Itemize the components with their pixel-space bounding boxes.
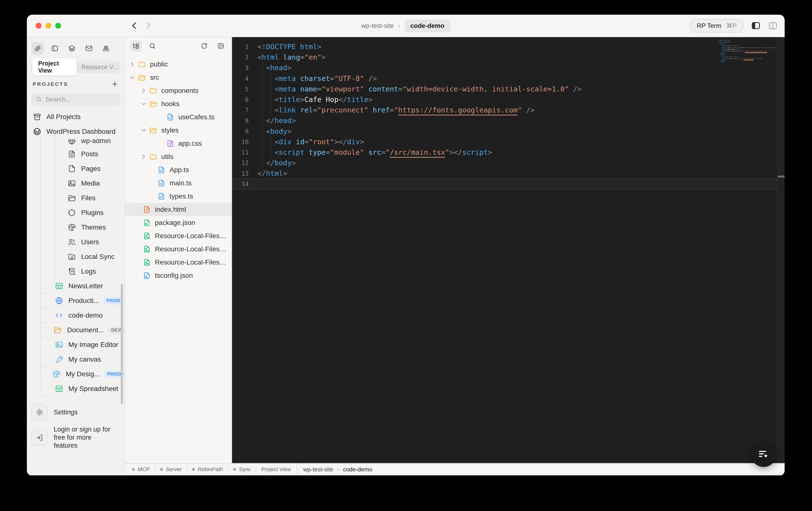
sidebar-item-document[interactable]: Document...DEV	[27, 323, 124, 338]
panel-icon[interactable]	[48, 42, 61, 55]
tree-row-tsconfig-json[interactable]: tsconfig.json	[125, 269, 232, 282]
collapse-panel-icon[interactable]	[215, 40, 227, 52]
chevron-right-icon[interactable]	[129, 61, 136, 68]
status-mcp[interactable]: MCP	[132, 466, 150, 473]
minimize-window-button[interactable]	[46, 23, 51, 29]
tree-view-icon[interactable]	[130, 40, 142, 52]
tree-row-index-html[interactable]: index.html	[125, 203, 232, 216]
layers-icon[interactable]	[65, 42, 78, 55]
pen-icon	[55, 355, 63, 364]
tree-row-types-ts[interactable]: types.ts	[125, 190, 232, 203]
code-line-12[interactable]: 12 </body>	[232, 158, 778, 168]
sidebar-item-newsletter[interactable]: NewsLetter	[27, 279, 124, 293]
code-line-4[interactable]: 4 <meta charset="UTF-8" />	[232, 73, 778, 84]
chevron-right-icon[interactable]	[140, 153, 147, 160]
archive-icon	[33, 112, 41, 121]
tree-row-package-json[interactable]: package.json	[125, 216, 232, 229]
code-line-1[interactable]: 1<!DOCTYPE html>	[232, 42, 778, 52]
line-number: 3	[232, 62, 249, 73]
status-project-view[interactable]: Project View	[261, 466, 291, 473]
toggle-left-sidebar-icon[interactable]	[751, 21, 761, 31]
tree-row-resource-local-files-f[interactable]: Resource-Local-Files-f...	[125, 256, 232, 269]
ai-assistant-button[interactable]	[751, 441, 776, 467]
status-robinpath[interactable]: RobinPath	[192, 466, 223, 473]
code-line-10[interactable]: 10 <div id="root"></div>	[232, 137, 778, 147]
active-tab[interactable]: code-demo	[405, 20, 450, 32]
close-window-button[interactable]	[36, 23, 41, 29]
breadcrumb-parent[interactable]: wp-test-site	[361, 22, 394, 30]
sidebar-item-label: Local Sync	[81, 253, 115, 261]
view-toggle-resource[interactable]: Resource V...	[77, 62, 119, 72]
code-editor[interactable]: 1<!DOCTYPE html>2<html lang="en">3 <head…	[232, 37, 785, 463]
file-search-icon[interactable]	[147, 40, 158, 52]
sidebar-item-code-demo[interactable]: code-demo	[27, 308, 124, 323]
code-line-5[interactable]: 5 <meta name="viewport" content="width=d…	[232, 84, 778, 95]
tree-row-app-ts[interactable]: App.ts	[125, 163, 232, 177]
sidebar-item-wp-admin[interactable]: wp-admin	[27, 139, 124, 147]
editor-scrollbar[interactable]	[778, 37, 785, 463]
sidebar-item-my-canvas[interactable]: My canvas	[27, 352, 124, 367]
tree-row-app-css[interactable]: app.css	[125, 137, 232, 150]
code-line-14[interactable]: 14	[232, 179, 778, 189]
tree-row-public[interactable]: public	[125, 58, 232, 71]
sidebar-item-pages[interactable]: Pages	[27, 161, 124, 176]
code-line-7[interactable]: 7 <link rel="preconnect" href="https://f…	[232, 105, 778, 115]
minimap[interactable]: <!DOCTYPE html><html lang="en"> <head> <…	[719, 39, 776, 65]
search-input[interactable]: Search...	[31, 93, 120, 106]
tree-row-resource-local-files-f[interactable]: Resource-Local-Files-f...	[125, 243, 232, 256]
chevron-down-icon[interactable]	[140, 127, 147, 134]
sidebar-scrollbar[interactable]	[121, 284, 123, 404]
sidebar-item-media[interactable]: Media	[27, 176, 124, 191]
chevron-right-icon[interactable]	[140, 87, 147, 94]
tree-row-components[interactable]: components	[125, 84, 232, 97]
sidebar-item-themes[interactable]: Themes	[27, 220, 124, 235]
binoculars-icon[interactable]	[100, 42, 112, 55]
status-server[interactable]: Server	[160, 466, 182, 473]
sidebar-item-wordpress-dashboard[interactable]: WordPress Dashboard	[27, 124, 124, 139]
zoom-window-button[interactable]	[55, 23, 61, 29]
terminal-button[interactable]: RP Term ⌘P	[690, 19, 744, 32]
sidebar-item-users[interactable]: Users	[27, 235, 124, 249]
sidebar-item-producti[interactable]: Producti...PROD	[27, 293, 124, 308]
code-line-2[interactable]: 2<html lang="en">	[232, 52, 778, 62]
statusbar-project[interactable]: code-demo	[343, 466, 372, 473]
code-line-8[interactable]: 8 </head>	[232, 115, 778, 126]
tree-row-src[interactable]: src	[125, 71, 232, 84]
settings-item[interactable]: Settings	[31, 404, 120, 421]
refresh-icon[interactable]	[198, 40, 210, 52]
status-sync[interactable]: Sync	[233, 466, 251, 473]
tree-row-resource-local-files-f[interactable]: Resource-Local-Files-f...	[125, 229, 232, 243]
back-icon[interactable]	[129, 21, 139, 31]
code-line-6[interactable]: 6 <title>Cafe Hop</title>	[232, 95, 778, 105]
statusbar-site[interactable]: wp-test-site	[303, 466, 333, 473]
tree-row-utils[interactable]: utils	[125, 150, 232, 163]
view-toggle-project[interactable]: Project View	[32, 58, 77, 76]
code-line-9[interactable]: 9 <body>	[232, 126, 778, 137]
tree-row-styles[interactable]: styles	[125, 124, 232, 137]
tool-icon[interactable]	[31, 42, 44, 55]
tree-row-hooks[interactable]: hooks	[125, 97, 232, 110]
sidebar-item-logs[interactable]: Logs	[27, 264, 124, 279]
chevron-down-icon[interactable]	[140, 101, 147, 107]
sidebar-item-posts[interactable]: Posts	[27, 147, 124, 161]
add-project-icon[interactable]	[111, 80, 119, 88]
sidebar-item-files[interactable]: Files	[27, 191, 124, 205]
sidebar-item-my-desig[interactable]: My Desig...PROD	[27, 367, 124, 381]
code-line-13[interactable]: 13</html>	[232, 168, 778, 179]
login-item[interactable]: Login or sign up for free for more featu…	[31, 425, 120, 450]
tree-row-main-ts[interactable]: main.ts	[125, 177, 232, 190]
chevron-down-icon[interactable]	[129, 74, 136, 81]
code-line-11[interactable]: 11 <script type="module" src="/src/main.…	[232, 147, 778, 158]
sidebar-item-my-image-editor[interactable]: My Image Editor	[27, 338, 124, 352]
mail-icon[interactable]	[83, 42, 95, 55]
split-view-icon[interactable]	[768, 21, 778, 31]
sidebar-item-my-spreadsheet[interactable]: My Spreadsheet	[27, 381, 124, 396]
folder-open-icon	[149, 126, 157, 134]
tree-row-usecafes-ts[interactable]: useCafes.ts	[125, 110, 232, 124]
code-line-3[interactable]: 3 <head>	[232, 62, 778, 73]
sidebar-item-all-projects[interactable]: All Projects	[27, 110, 124, 124]
sidebar-item-local-sync[interactable]: Local Sync	[27, 249, 124, 264]
tree-row-label: App.ts	[170, 166, 193, 174]
forward-icon[interactable]	[143, 21, 153, 31]
sidebar-item-plugins[interactable]: Plugins	[27, 205, 124, 220]
